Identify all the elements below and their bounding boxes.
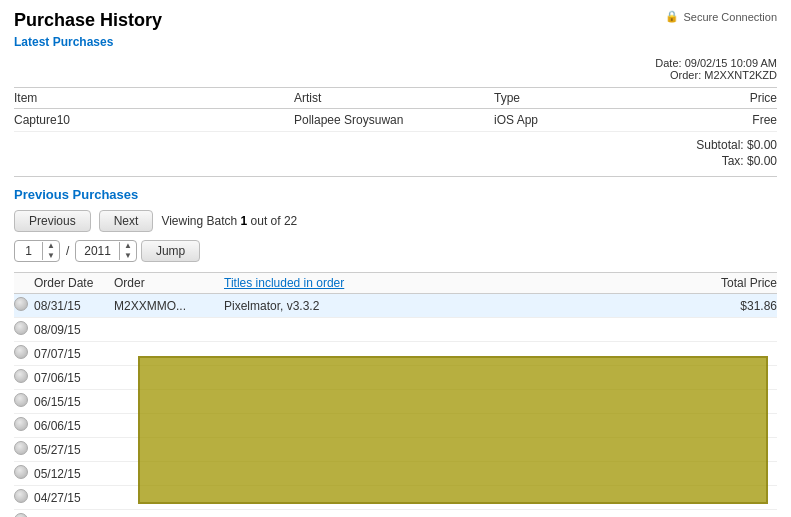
row-icon bbox=[14, 393, 34, 410]
subtotal: Subtotal: $0.00 bbox=[14, 138, 777, 152]
secure-connection-badge: 🔒 Secure Connection bbox=[665, 10, 777, 23]
row-date: 06/06/15 bbox=[34, 419, 114, 433]
row-icon bbox=[14, 321, 34, 338]
expand-icon[interactable] bbox=[14, 441, 28, 455]
expand-icon[interactable] bbox=[14, 345, 28, 359]
row-date: 05/12/15 bbox=[34, 467, 114, 481]
expand-icon[interactable] bbox=[14, 393, 28, 407]
order-date: Date: 09/02/15 10:09 AM bbox=[14, 57, 777, 69]
row-icon bbox=[14, 465, 34, 482]
table-row[interactable]: 08/31/15 M2XXMMO... Pixelmator, v3.3.2 $… bbox=[14, 294, 777, 318]
tax: Tax: $0.00 bbox=[14, 154, 777, 168]
batch-stepper[interactable]: 1 ▲ ▼ bbox=[14, 240, 60, 262]
batch-info: Viewing Batch 1 out of 22 bbox=[161, 214, 297, 228]
item-artist: Pollapee Sroysuwan bbox=[294, 113, 494, 127]
table-row[interactable]: 04/13/15 bbox=[14, 510, 777, 517]
row-icon bbox=[14, 417, 34, 434]
previous-purchases-title: Previous Purchases bbox=[14, 187, 777, 202]
year-down-arrow[interactable]: ▼ bbox=[120, 251, 136, 261]
col-order-date: Order Date bbox=[34, 276, 114, 290]
item-name: Capture10 bbox=[14, 113, 294, 127]
batch-stepper-arrows[interactable]: ▲ ▼ bbox=[43, 241, 59, 261]
row-date: 08/31/15 bbox=[34, 299, 114, 313]
item-price: Free bbox=[614, 113, 777, 127]
subtotal-section: Subtotal: $0.00 Tax: $0.00 bbox=[14, 132, 777, 177]
row-price: $31.86 bbox=[677, 299, 777, 313]
col-item: Item bbox=[14, 91, 294, 105]
row-icon bbox=[14, 345, 34, 362]
previous-button[interactable]: Previous bbox=[14, 210, 91, 232]
overlay-highlight bbox=[138, 356, 768, 504]
row-icon bbox=[14, 513, 34, 517]
latest-table-header: Item Artist Type Price bbox=[14, 87, 777, 109]
expand-icon[interactable] bbox=[14, 321, 28, 335]
col-price: Price bbox=[614, 91, 777, 105]
batch-controls: Previous Next Viewing Batch 1 out of 22 bbox=[14, 210, 777, 232]
row-date: 06/15/15 bbox=[34, 395, 114, 409]
row-date: 07/06/15 bbox=[34, 371, 114, 385]
batch-down-arrow[interactable]: ▼ bbox=[43, 251, 59, 261]
row-date: 04/27/15 bbox=[34, 491, 114, 505]
order-meta: Date: 09/02/15 10:09 AM Order: M2XXNT2KZ… bbox=[14, 57, 777, 81]
next-button[interactable]: Next bbox=[99, 210, 154, 232]
year-up-arrow[interactable]: ▲ bbox=[120, 241, 136, 251]
item-type: iOS App bbox=[494, 113, 614, 127]
row-date: 05/27/15 bbox=[34, 443, 114, 457]
row-icon bbox=[14, 369, 34, 386]
row-icon bbox=[14, 441, 34, 458]
latest-purchases-section: Latest Purchases Date: 09/02/15 10:09 AM… bbox=[14, 35, 777, 177]
latest-table-row: Capture10 Pollapee Sroysuwan iOS App Fre… bbox=[14, 109, 777, 132]
latest-purchases-title: Latest Purchases bbox=[14, 35, 777, 49]
batch-stepper-value: 1 bbox=[15, 242, 43, 260]
year-stepper-arrows[interactable]: ▲ ▼ bbox=[120, 241, 136, 261]
col-icon bbox=[14, 276, 34, 290]
expand-icon[interactable] bbox=[14, 297, 28, 311]
table-row[interactable]: 08/09/15 bbox=[14, 318, 777, 342]
col-type: Type bbox=[494, 91, 614, 105]
col-titles: Titles included in order bbox=[224, 276, 677, 290]
row-date: 07/07/15 bbox=[34, 347, 114, 361]
col-order: Order bbox=[114, 276, 224, 290]
expand-icon[interactable] bbox=[14, 513, 28, 517]
row-date: 08/09/15 bbox=[34, 323, 114, 337]
row-icon bbox=[14, 297, 34, 314]
expand-icon[interactable] bbox=[14, 465, 28, 479]
page-title: Purchase History bbox=[14, 10, 162, 31]
col-artist: Artist bbox=[294, 91, 494, 105]
expand-icon[interactable] bbox=[14, 369, 28, 383]
batch-up-arrow[interactable]: ▲ bbox=[43, 241, 59, 251]
lock-icon: 🔒 bbox=[665, 10, 679, 23]
row-icon bbox=[14, 489, 34, 506]
slash: / bbox=[64, 244, 71, 258]
jump-button[interactable]: Jump bbox=[141, 240, 200, 262]
expand-icon[interactable] bbox=[14, 417, 28, 431]
row-order: M2XXMMO... bbox=[114, 299, 224, 313]
prev-table-header: Order Date Order Titles included in orde… bbox=[14, 272, 777, 294]
year-stepper[interactable]: 2011 ▲ ▼ bbox=[75, 240, 137, 262]
row-titles: Pixelmator, v3.3.2 bbox=[224, 299, 677, 313]
order-id: Order: M2XXNT2KZD bbox=[14, 69, 777, 81]
col-total-price: Total Price bbox=[677, 276, 777, 290]
year-stepper-value: 2011 bbox=[76, 242, 120, 260]
expand-icon[interactable] bbox=[14, 489, 28, 503]
year-controls: 1 ▲ ▼ / 2011 ▲ ▼ Jump bbox=[14, 240, 777, 262]
